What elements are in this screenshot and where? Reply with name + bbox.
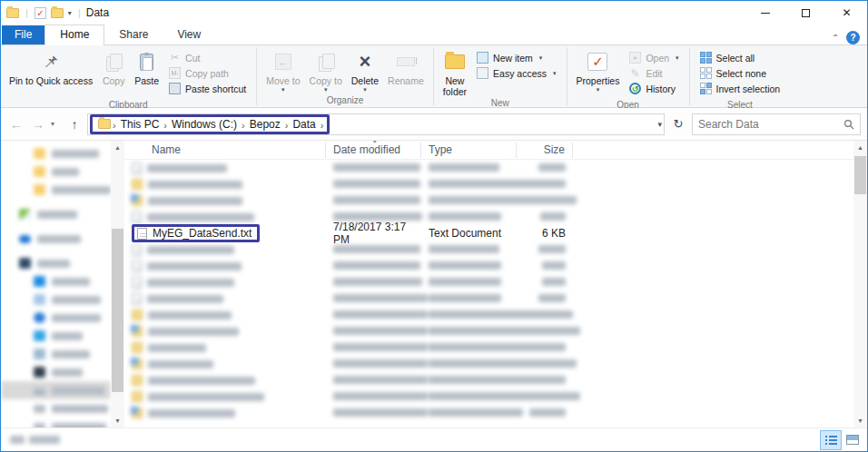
redacted-size: [517, 196, 577, 204]
search-input[interactable]: [698, 118, 843, 131]
column-header-date-modified[interactable]: ▴Date modified: [326, 142, 421, 158]
invert-selection-button[interactable]: Invert selection: [700, 82, 781, 95]
help-icon[interactable]: ?: [846, 31, 860, 44]
sidebar-item[interactable]: [1, 144, 111, 162]
refresh-icon[interactable]: ↻: [668, 117, 688, 131]
tab-share[interactable]: Share: [104, 25, 163, 44]
select-all-button[interactable]: Select all: [700, 51, 781, 64]
file-list-rows: MyEG_DataSend.txt7/18/2017 3:17 PMText D…: [124, 160, 853, 427]
properties-button[interactable]: ✓ Properties: [572, 47, 625, 93]
sidebar-item-label-redacted: [52, 186, 111, 194]
select-none-button[interactable]: Select none: [700, 66, 781, 80]
file-row-redacted[interactable]: [124, 290, 853, 307]
annotation-box-file: MyEG_DataSend.txt: [132, 224, 260, 242]
file-row-redacted[interactable]: [124, 372, 853, 388]
sidebar-scrollbar-thumb[interactable]: [112, 229, 123, 392]
file-row-redacted[interactable]: [124, 339, 853, 356]
paste-shortcut-button[interactable]: Paste shortcut: [169, 82, 246, 95]
sidebar-item-label-redacted: [52, 314, 101, 322]
history-button[interactable]: ↺History: [629, 82, 678, 95]
copy-button[interactable]: Copy: [97, 47, 130, 86]
breadcrumb-item[interactable]: Data: [288, 118, 320, 131]
rename-button[interactable]: Rename: [383, 47, 429, 86]
file-row-redacted[interactable]: [124, 192, 853, 209]
delete-button[interactable]: × Delete: [347, 47, 383, 93]
sidebar-item[interactable]: [1, 399, 111, 418]
qat-customize-chevron-icon[interactable]: ▾: [68, 9, 72, 17]
sidebar-item[interactable]: [1, 309, 111, 327]
edit-button[interactable]: ✎Edit: [629, 66, 678, 80]
file-list-scrollbar[interactable]: ▲ ▼: [853, 141, 867, 427]
name-cell: [124, 162, 326, 174]
open-button[interactable]: ▸Open: [629, 51, 678, 64]
column-header-size[interactable]: Size: [517, 142, 573, 158]
name-cell: [124, 391, 326, 402]
file-row-redacted[interactable]: [124, 405, 853, 421]
qat-properties-icon[interactable]: ✓: [35, 7, 46, 19]
file-row-highlighted[interactable]: MyEG_DataSend.txt7/18/2017 3:17 PMText D…: [124, 225, 853, 241]
new-folder-button[interactable]: Newfolder: [439, 47, 471, 97]
file-row-redacted[interactable]: [124, 307, 853, 323]
easy-access-button[interactable]: Easy access: [477, 66, 556, 80]
address-bar[interactable]: This PCWindows (C:)BepozData ▾: [87, 113, 665, 135]
collapse-ribbon-icon[interactable]: ˆ: [833, 34, 837, 46]
back-icon[interactable]: ←: [7, 117, 25, 132]
item-count-redacted: [10, 436, 60, 444]
breadcrumb-item[interactable]: This PC: [116, 118, 164, 131]
file-list-scrollbar-thumb[interactable]: [854, 156, 866, 194]
file-row-redacted[interactable]: [124, 323, 853, 339]
up-icon[interactable]: ↑: [65, 117, 84, 132]
paste-button[interactable]: Paste: [130, 47, 163, 86]
breadcrumb-item[interactable]: Windows (C:): [167, 118, 242, 131]
sidebar-item[interactable]: [1, 205, 111, 223]
sidebar-item[interactable]: [1, 363, 111, 381]
sidebar-item[interactable]: [1, 327, 111, 345]
forward-icon[interactable]: →: [29, 117, 47, 132]
copy-path-button[interactable]: M‑Copy path: [169, 66, 246, 80]
file-row-redacted[interactable]: [124, 176, 853, 192]
address-dropdown-chevron-icon[interactable]: ▾: [657, 120, 662, 129]
close-button[interactable]: ✕: [826, 1, 867, 25]
large-icons-view-button[interactable]: [842, 430, 863, 450]
column-header-type[interactable]: Type: [421, 142, 517, 158]
minimize-button[interactable]: [745, 1, 785, 25]
tab-file[interactable]: File: [2, 25, 44, 44]
sidebar-item[interactable]: [1, 272, 111, 290]
type-cell: [421, 358, 517, 370]
cut-button[interactable]: ✂Cut: [169, 51, 246, 64]
file-row-redacted[interactable]: [124, 258, 853, 274]
file-row-redacted[interactable]: [124, 274, 853, 290]
file-row-redacted[interactable]: [124, 356, 853, 372]
copy-to-button[interactable]: Copy to: [305, 47, 347, 93]
pin-to-quick-access-button[interactable]: 📌︎ Pin to Quick access: [5, 47, 97, 86]
tab-view[interactable]: View: [163, 25, 215, 44]
search-box[interactable]: [692, 113, 861, 135]
tab-home[interactable]: Home: [44, 25, 104, 45]
sidebar-item[interactable]: [1, 345, 111, 363]
file-row-redacted[interactable]: [124, 160, 853, 176]
details-view-button[interactable]: [820, 430, 842, 450]
recent-locations-chevron-icon[interactable]: ▾: [51, 120, 62, 128]
scroll-up-icon[interactable]: ▲: [111, 141, 124, 154]
breadcrumb-item[interactable]: Bepoz: [245, 118, 285, 131]
scroll-up-icon[interactable]: ▲: [853, 141, 867, 154]
thispc-icon: [19, 258, 31, 269]
new-item-button[interactable]: New item: [477, 51, 556, 64]
sidebar-item[interactable]: [1, 181, 111, 199]
qat-new-folder-icon[interactable]: [51, 8, 64, 18]
file-row-redacted[interactable]: [124, 209, 853, 225]
sidebar-scrollbar[interactable]: ▲ ▼: [111, 141, 124, 427]
maximize-button[interactable]: [785, 1, 826, 25]
file-row-redacted[interactable]: [124, 388, 853, 405]
sidebar-item[interactable]: [1, 230, 111, 248]
file-row-redacted[interactable]: [124, 241, 853, 258]
move-to-button[interactable]: ← Move to: [261, 47, 304, 93]
sidebar-item[interactable]: [1, 290, 111, 309]
column-header-name[interactable]: Name: [124, 142, 326, 158]
scroll-down-icon[interactable]: ▼: [853, 414, 867, 427]
sidebar-item[interactable]: [1, 254, 111, 272]
scroll-down-icon[interactable]: ▼: [111, 414, 124, 427]
sidebar-item[interactable]: [1, 418, 111, 427]
sidebar-item[interactable]: [1, 381, 111, 399]
sidebar-item[interactable]: [1, 162, 111, 181]
